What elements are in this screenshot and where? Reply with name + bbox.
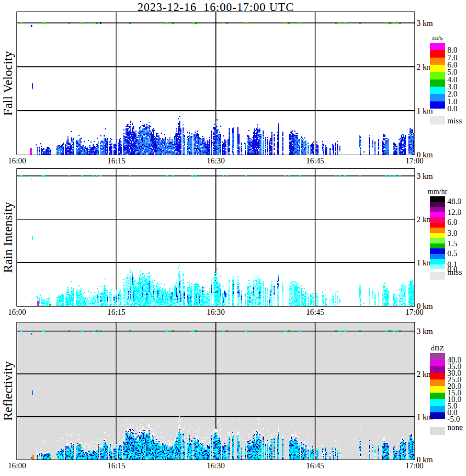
colorbar-cell (430, 399, 445, 406)
colorbar-title: m/s (432, 33, 443, 42)
colorbar-cell (430, 212, 445, 218)
x-tick-label: 16:30 (207, 156, 225, 166)
rain-intensity-heatmap (17, 169, 414, 306)
x-tick-label: 16:15 (107, 156, 126, 166)
colorbar-cell (430, 238, 445, 243)
panel-rain-intensity (16, 168, 415, 307)
colorbar-fall_velocity (430, 43, 445, 109)
colorbar-cell (430, 202, 445, 207)
colorbar-cell (430, 353, 445, 360)
colorbar-tick-label: 0.5 (447, 249, 457, 258)
x-tick-label: 16:15 (107, 308, 126, 317)
colorbar-missing-cell (430, 427, 445, 435)
colorbar-cell (430, 366, 445, 373)
colorbar-cell (430, 393, 445, 399)
colorbar-cell (430, 58, 445, 65)
x-tick-label: 16:00 (8, 308, 26, 317)
colorbar-missing-cell (430, 272, 445, 280)
colorbar-cell (430, 196, 445, 202)
colorbar-rain_intensity (430, 196, 445, 269)
x-tick-label: 16:15 (107, 461, 126, 471)
colorbar-cell (430, 259, 445, 264)
x-tick-label: 16:00 (8, 156, 26, 166)
km-tick-label: 3 km (417, 172, 433, 181)
colorbar-tick-label: 1.5 (447, 239, 457, 248)
km-tick-label: 0 km (417, 455, 433, 464)
colorbar-tick-label: 6.0 (447, 218, 457, 227)
colorbar-cell (430, 373, 445, 379)
x-tick-label: 16:45 (306, 461, 324, 471)
colorbar-cell (430, 101, 445, 109)
colorbar-tick-label: 3.0 (447, 229, 457, 238)
colorbar-cell (430, 264, 445, 270)
colorbar-cell (430, 412, 445, 419)
ylabel-fall-velocity: Fall Velocity (1, 51, 15, 116)
colorbar-cell (430, 94, 445, 101)
x-tick-label: 16:45 (306, 156, 324, 166)
colorbar-cell (430, 43, 445, 50)
colorbar-reflectivity (430, 353, 445, 419)
colorbar-title: dBZ (431, 344, 444, 353)
colorbar-cell (430, 228, 445, 233)
colorbar-cell (430, 217, 445, 223)
fall-velocity-heatmap (17, 12, 414, 155)
colorbar-cell (430, 406, 445, 412)
colorbar-cell (430, 72, 445, 79)
colorbar-cell (430, 80, 445, 87)
ylabel-reflectivity: Reflectivity (1, 361, 15, 421)
panel-reflectivity (16, 322, 415, 460)
km-tick-label: 0 km (417, 302, 433, 311)
x-tick-label: 16:45 (306, 308, 324, 317)
colorbar-title: mm/hr (428, 187, 447, 196)
radar-time-height-figure: 2023-12-16 16:00-17:00 UTC Fall Velocity… (0, 0, 466, 476)
colorbar-cell (430, 50, 445, 57)
colorbar-tick-label: 12.0 (447, 208, 461, 217)
colorbar-cell (430, 65, 445, 72)
colorbar-missing-label: miss (447, 116, 462, 126)
x-tick-label: 16:30 (207, 461, 225, 471)
colorbar-cell (430, 248, 445, 254)
colorbar-cell (430, 87, 445, 94)
ylabel-rain-intensity: Rain Intensity (1, 202, 15, 273)
colorbar-cell (430, 254, 445, 259)
km-tick-label: 0 km (417, 150, 433, 160)
km-tick-label: 3 km (417, 19, 433, 28)
x-tick-label: 16:00 (8, 461, 26, 471)
colorbar-missing-cell (430, 116, 445, 124)
colorbar-cell (430, 386, 445, 393)
x-tick-label: 16:30 (207, 308, 225, 317)
colorbar-cell (430, 233, 445, 239)
colorbar-cell (430, 243, 445, 249)
reflectivity-heatmap (17, 322, 414, 460)
panel-fall-velocity (16, 12, 415, 155)
km-tick-label: 3 km (417, 327, 433, 336)
colorbar-cell (430, 223, 445, 228)
colorbar-tick-label: 0.0 (447, 104, 457, 114)
colorbar-cell (430, 379, 445, 386)
colorbar-missing-label: miss (447, 268, 462, 277)
colorbar-cell (430, 360, 445, 366)
colorbar-cell (430, 207, 445, 212)
colorbar-missing-label: none (447, 423, 463, 432)
colorbar-tick-label: 48.0 (447, 197, 461, 206)
